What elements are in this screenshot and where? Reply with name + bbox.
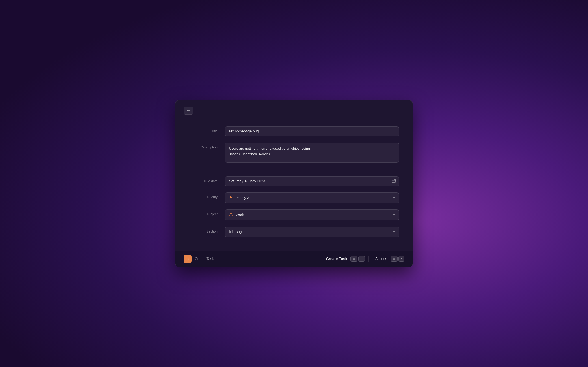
description-label: Description: [189, 142, 225, 149]
section-label: Section: [189, 227, 225, 233]
priority-control: ⚑ Priority 2 ▾: [225, 192, 399, 203]
cmd-key: ⌘: [350, 256, 357, 262]
priority-select[interactable]: ⚑ Priority 2 ▾: [225, 192, 399, 203]
project-select[interactable]: Work ▾: [225, 209, 399, 220]
create-task-shortcut: ⌘ ↵: [350, 256, 365, 262]
person-icon: [229, 212, 233, 217]
divider: [189, 170, 399, 170]
priority-value: Priority 2: [235, 196, 249, 200]
svg-text:≋: ≋: [186, 256, 190, 262]
actions-cmd-key: ⌘: [390, 256, 398, 262]
footer-left: ≋ Create Task: [183, 255, 214, 263]
create-task-modal: ← Title Description Users are getting an…: [175, 100, 413, 267]
title-row: Title: [189, 126, 399, 136]
project-value: Work: [236, 213, 244, 217]
back-button[interactable]: ←: [183, 107, 193, 115]
date-input-wrapper: [225, 176, 399, 186]
description-row: Description Users are getting an error c…: [189, 142, 399, 164]
project-label: Project: [189, 209, 225, 216]
due-date-control: [225, 176, 399, 186]
priority-label: Priority: [189, 192, 225, 199]
footer-app-name: Create Task: [195, 257, 214, 261]
title-input[interactable]: [225, 126, 399, 136]
priority-chevron-icon: ▾: [393, 196, 395, 200]
section-control: Bugs ▾: [225, 227, 399, 237]
section-chevron-icon: ▾: [393, 230, 395, 234]
project-row: Project Work ▾: [189, 209, 399, 220]
due-date-label: Due date: [189, 176, 225, 183]
section-row: Section Bugs ▾: [189, 227, 399, 237]
project-control: Work ▾: [225, 209, 399, 220]
svg-rect-5: [229, 230, 232, 233]
modal-header: ←: [175, 100, 413, 119]
footer-right: Create Task ⌘ ↵ Actions ⌘ K: [325, 256, 405, 262]
project-select-left: Work: [229, 212, 244, 217]
section-value: Bugs: [235, 230, 243, 234]
due-date-input[interactable]: [225, 176, 399, 186]
title-control: [225, 126, 399, 136]
priority-row: Priority ⚑ Priority 2 ▾: [189, 192, 399, 203]
priority-select-left: ⚑ Priority 2: [229, 195, 249, 200]
title-label: Title: [189, 126, 225, 133]
priority-flag-icon: ⚑: [229, 195, 233, 200]
back-icon: ←: [186, 108, 190, 113]
actions-button[interactable]: Actions: [374, 257, 388, 261]
app-logo-icon: ≋: [183, 255, 192, 263]
section-select[interactable]: Bugs ▾: [225, 227, 399, 237]
due-date-row: Due date: [189, 176, 399, 186]
description-input[interactable]: Users are getting an error caused by an …: [225, 142, 399, 163]
create-task-button[interactable]: Create Task: [325, 257, 348, 261]
svg-point-4: [230, 213, 232, 214]
footer-separator: [368, 256, 369, 262]
actions-shortcut: ⌘ K: [390, 256, 405, 262]
modal-body: Title Description Users are getting an e…: [175, 119, 413, 251]
description-control: Users are getting an error caused by an …: [225, 142, 399, 164]
modal-footer: ≋ Create Task Create Task ⌘ ↵ Actions ⌘ …: [175, 251, 413, 267]
project-chevron-icon: ▾: [393, 213, 395, 217]
section-list-icon: [229, 230, 233, 234]
enter-key: ↵: [358, 256, 365, 262]
actions-k-key: K: [398, 256, 405, 262]
section-select-left: Bugs: [229, 230, 243, 234]
